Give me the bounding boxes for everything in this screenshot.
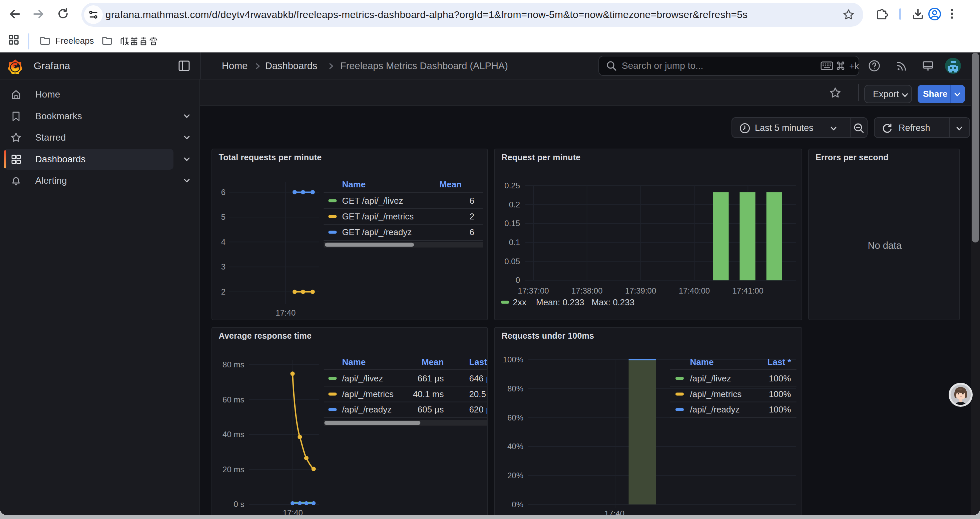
svg-text:2: 2 [469,211,474,222]
svg-text:2: 2 [221,287,225,296]
svg-text:0.2: 0.2 [509,200,520,209]
svg-text:Mean: 0.233: Mean: 0.233 [536,297,584,307]
svg-text:Name: Name [342,357,366,367]
svg-text:60%: 60% [508,413,523,422]
svg-text:0.25: 0.25 [505,181,520,190]
svg-text:/api/_/livez: /api/_/livez [690,374,731,383]
svg-text:20 ms: 20 ms [223,465,244,474]
svg-text:100%: 100% [503,355,523,364]
svg-text:4: 4 [221,237,225,246]
svg-text:60 ms: 60 ms [223,395,244,404]
svg-text:646 µs: 646 µs [469,374,488,383]
svg-text:3: 3 [221,262,225,271]
svg-text:Mean: Mean [422,357,444,367]
svg-text:80 ms: 80 ms [223,360,244,369]
svg-text:6: 6 [469,227,474,237]
svg-text:GET /api/_/livez: GET /api/_/livez [342,195,403,205]
svg-text:661 µs: 661 µs [417,374,444,383]
svg-text:100%: 100% [769,389,791,399]
svg-text:Last *: Last * [767,357,792,367]
svg-text:100%: 100% [769,374,791,383]
svg-text:20%: 20% [508,471,523,480]
svg-text:/api/_/readyz: /api/_/readyz [690,405,740,415]
svg-text:620 µs: 620 µs [469,405,488,415]
svg-text:GET /api/_/metrics: GET /api/_/metrics [342,211,414,222]
svg-text:6: 6 [221,187,225,196]
svg-text:17:39:00: 17:39:00 [625,286,656,295]
svg-text:2xx: 2xx [513,297,527,307]
svg-text:0.1: 0.1 [509,238,520,247]
svg-text:17:40:00: 17:40:00 [679,286,710,295]
svg-text:40%: 40% [508,442,523,451]
svg-text:/api/_/readyz: /api/_/readyz [342,405,391,415]
svg-text:0%: 0% [512,500,524,509]
svg-text:17:40: 17:40 [283,508,302,515]
svg-text:17:41:00: 17:41:00 [732,286,764,295]
svg-text:0.05: 0.05 [505,257,520,265]
svg-text:17:40: 17:40 [275,308,296,317]
svg-text:100%: 100% [769,405,791,415]
svg-text:GET /api/_/readyz: GET /api/_/readyz [342,227,412,237]
svg-text:/api/_/livez: /api/_/livez [342,374,383,383]
svg-text:Name: Name [690,357,714,367]
svg-text:Name: Name [342,179,366,189]
svg-text:17:40: 17:40 [605,509,624,515]
svg-text:0: 0 [516,276,520,284]
svg-text:Mean: Mean [439,179,461,189]
svg-text:Last *: Last * [469,357,488,367]
svg-text:17:37:00: 17:37:00 [518,286,549,295]
svg-text:40.1 ms: 40.1 ms [413,389,444,399]
svg-text:Max: 0.233: Max: 0.233 [592,297,635,307]
svg-text:6: 6 [469,195,474,205]
svg-text:17:38:00: 17:38:00 [571,286,602,295]
svg-text:20.5 ms: 20.5 ms [469,389,488,399]
svg-text:/api/_/metrics: /api/_/metrics [690,389,742,399]
svg-text:80%: 80% [508,384,523,393]
svg-text:605 µs: 605 µs [417,405,444,415]
svg-text:0 s: 0 s [234,500,244,509]
svg-text:5: 5 [221,212,225,222]
svg-text:40 ms: 40 ms [223,430,244,439]
svg-text:/api/_/metrics: /api/_/metrics [342,389,394,399]
svg-text:0.15: 0.15 [505,219,520,228]
